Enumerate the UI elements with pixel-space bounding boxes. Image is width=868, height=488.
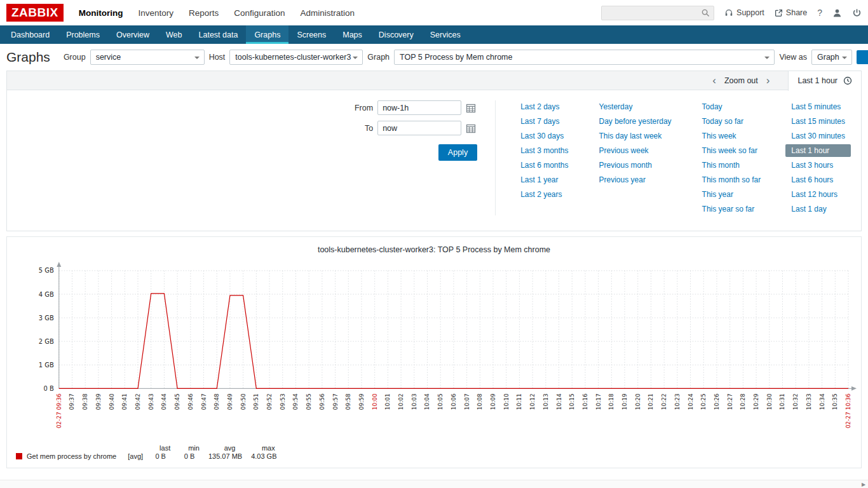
support-link[interactable]: Support — [724, 8, 764, 17]
series-color-swatch — [16, 453, 22, 459]
svg-text:10:06: 10:06 — [451, 393, 457, 410]
horizontal-scrollbar[interactable]: ▶ — [0, 480, 868, 488]
help-button[interactable]: ? — [817, 8, 822, 18]
search-input[interactable] — [601, 6, 714, 20]
group-select-value: service — [96, 53, 121, 62]
quick-range-last-12-hours[interactable]: Last 12 hours — [785, 188, 851, 201]
legend-stat-value-max: 4.03 GB — [251, 452, 285, 460]
quick-range-last-6-hours[interactable]: Last 6 hours — [785, 173, 851, 186]
svg-text:10:03: 10:03 — [411, 393, 417, 410]
quick-range-today[interactable]: Today — [696, 100, 767, 113]
time-range-tab[interactable]: Last 1 hour — [788, 71, 861, 91]
legend-stat-header-max: max — [251, 444, 285, 452]
quick-range-previous-month[interactable]: Previous month — [593, 159, 677, 172]
quick-range-last-2-days[interactable]: Last 2 days — [515, 100, 574, 113]
svg-text:09:47: 09:47 — [201, 393, 207, 410]
to-input[interactable] — [377, 121, 461, 135]
quick-range-last-6-months[interactable]: Last 6 months — [515, 159, 574, 172]
quick-ranges: Last 2 daysLast 7 daysLast 30 daysLast 3… — [496, 100, 851, 215]
svg-text:10:17: 10:17 — [595, 393, 602, 410]
quick-range-this-month-so-far[interactable]: This month so far — [696, 173, 767, 186]
subnav-item-maps[interactable]: Maps — [334, 25, 370, 44]
svg-text:09:40: 09:40 — [109, 393, 115, 410]
svg-text:10:10: 10:10 — [503, 393, 510, 410]
group-select[interactable]: service — [90, 50, 205, 65]
legend-stat-value-last: 0 B — [151, 452, 179, 460]
menu-item-reports[interactable]: Reports — [181, 1, 226, 25]
profile-button[interactable] — [832, 8, 842, 18]
quick-range-last-7-days[interactable]: Last 7 days — [515, 115, 574, 128]
subnav-item-overview[interactable]: Overview — [108, 25, 158, 44]
chevron-down-icon — [764, 57, 770, 59]
y-axis-labels: 5 GB4 GB3 GB2 GB1 GB0 B — [39, 267, 54, 391]
quick-range-previous-week[interactable]: Previous week — [593, 144, 677, 157]
memory-graph[interactable]: 5 GB4 GB3 GB2 GB1 GB0 B02-27 09:3609:370… — [8, 257, 860, 444]
menu-item-inventory[interactable]: Inventory — [130, 1, 181, 25]
subnav-item-latest-data[interactable]: Latest data — [191, 25, 247, 44]
group-label: Group — [64, 53, 86, 62]
legend-table: lastminavgmaxGet mem process by chrome[a… — [16, 444, 286, 460]
scroll-right-arrow-icon[interactable]: ▶ — [859, 480, 868, 488]
menu-item-monitoring[interactable]: Monitoring — [71, 1, 131, 25]
quick-range-last-2-years[interactable]: Last 2 years — [515, 188, 574, 201]
svg-text:10:35: 10:35 — [832, 393, 838, 410]
subnav-item-services[interactable]: Services — [422, 25, 469, 44]
quick-range-yesterday[interactable]: Yesterday — [593, 100, 677, 113]
svg-text:09:42: 09:42 — [135, 393, 141, 410]
menu-item-configuration[interactable]: Configuration — [226, 1, 292, 25]
time-shift-back-button[interactable]: ‹ — [704, 72, 724, 90]
quick-range-last-5-minutes[interactable]: Last 5 minutes — [785, 100, 851, 113]
kiosk-mode-button[interactable] — [857, 50, 868, 64]
quick-range-last-1-year[interactable]: Last 1 year — [515, 173, 574, 186]
quick-range-last-30-minutes[interactable]: Last 30 minutes — [785, 130, 851, 142]
menu-item-administration[interactable]: Administration — [293, 1, 363, 25]
graph-label: Graph — [367, 53, 390, 62]
svg-text:09:49: 09:49 — [227, 393, 233, 410]
from-calendar-button[interactable] — [466, 102, 477, 114]
graph-title: tools-kubernetes-cluster-worker3: TOP 5 … — [7, 237, 861, 257]
axes — [59, 266, 852, 388]
svg-text:02-27 10:36: 02-27 10:36 — [845, 393, 851, 428]
quick-range-last-1-hour[interactable]: Last 1 hour — [785, 144, 851, 157]
logout-button[interactable] — [852, 8, 862, 18]
view-as-select[interactable]: Graph — [811, 50, 852, 65]
svg-text:10:04: 10:04 — [424, 393, 430, 410]
quick-range-last-30-days[interactable]: Last 30 days — [515, 130, 574, 142]
grid-lines — [59, 271, 848, 388]
share-link[interactable]: Share — [775, 8, 807, 17]
graph-select[interactable]: TOP 5 Process by Mem chrome — [394, 50, 775, 65]
svg-text:10:32: 10:32 — [792, 393, 799, 410]
subnav-item-screens[interactable]: Screens — [288, 25, 334, 44]
subnav-item-graphs[interactable]: Graphs — [246, 25, 288, 44]
zabbix-logo[interactable]: ZABBIX — [6, 4, 64, 22]
quick-range-last-3-months[interactable]: Last 3 months — [515, 144, 574, 157]
subnav-item-web[interactable]: Web — [158, 25, 190, 44]
subnav-item-discovery[interactable]: Discovery — [370, 25, 422, 44]
quick-range-last-15-minutes[interactable]: Last 15 minutes — [785, 115, 851, 128]
quick-range-this-week[interactable]: This week — [696, 130, 767, 142]
to-calendar-button[interactable] — [466, 123, 477, 134]
svg-text:09:43: 09:43 — [148, 393, 154, 410]
quick-range-this-month[interactable]: This month — [696, 159, 767, 172]
share-label: Share — [786, 8, 807, 17]
quick-range-this-day-last-week[interactable]: This day last week — [593, 130, 677, 142]
time-shift-forward-button[interactable]: › — [758, 72, 778, 90]
quick-range-previous-year[interactable]: Previous year — [593, 173, 677, 186]
subnav-item-dashboard[interactable]: Dashboard — [3, 25, 58, 44]
quick-range-this-week-so-far[interactable]: This week so far — [696, 144, 767, 157]
quick-range-last-1-day[interactable]: Last 1 day — [785, 203, 851, 215]
svg-text:09:46: 09:46 — [187, 393, 194, 410]
page-header: Graphs Group service Host tools-kubernet… — [0, 44, 868, 70]
graph-area[interactable]: 5 GB4 GB3 GB2 GB1 GB0 B02-27 09:3609:370… — [7, 257, 861, 444]
zoom-out-button[interactable]: Zoom out — [724, 76, 758, 85]
subnav-item-problems[interactable]: Problems — [58, 25, 108, 44]
host-select[interactable]: tools-kubernetes-cluster-worker3 — [229, 50, 363, 65]
time-filter-body: From To Apply Last 2 daysLast 7 daysLast… — [7, 90, 861, 231]
quick-range-this-year[interactable]: This year — [696, 188, 767, 201]
from-input[interactable] — [377, 100, 461, 115]
apply-button[interactable]: Apply — [438, 144, 477, 161]
quick-range-day-before-yesterday[interactable]: Day before yesterday — [593, 115, 677, 128]
quick-range-last-3-hours[interactable]: Last 3 hours — [785, 159, 851, 172]
quick-range-today-so-far[interactable]: Today so far — [696, 115, 767, 128]
quick-range-this-year-so-far[interactable]: This year so far — [696, 203, 767, 215]
